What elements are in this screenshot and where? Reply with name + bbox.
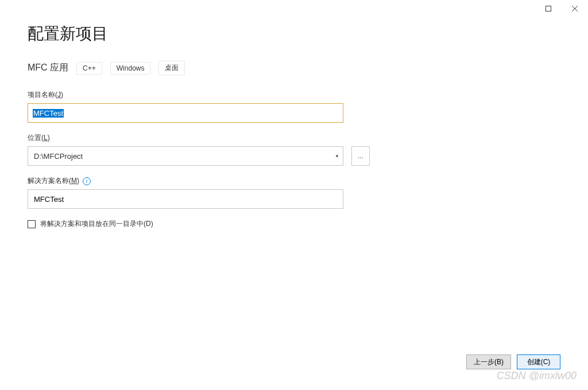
same-directory-label: 将解决方案和项目放在同一目录中(D) [40, 219, 153, 229]
project-type-label: MFC 应用 [28, 62, 68, 74]
project-name-value: MFCTest [33, 109, 64, 118]
back-button[interactable]: 上一步(B) [466, 354, 511, 369]
project-name-input[interactable]: MFCTest [28, 103, 343, 123]
chevron-down-icon[interactable]: ▼ [331, 154, 343, 159]
project-name-group: 项目名称(J) MFCTest [28, 90, 560, 123]
svg-rect-0 [546, 6, 551, 11]
project-name-label: 项目名称(J) [28, 90, 560, 100]
location-label: 位置(L) [28, 133, 560, 143]
solution-name-input[interactable] [28, 189, 343, 209]
location-input[interactable]: D:\MFCProject ▼ [28, 146, 343, 166]
same-directory-row: 将解决方案和项目放在同一目录中(D) [28, 219, 560, 229]
tag-windows: Windows [110, 62, 151, 75]
watermark: CSDN @imxlw00 [497, 370, 577, 382]
maximize-button[interactable] [535, 0, 562, 17]
location-value: D:\MFCProject [28, 152, 331, 161]
window-titlebar [535, 0, 588, 17]
main-content: 配置新项目 MFC 应用 C++ Windows 桌面 项目名称(J) MFCT… [0, 0, 588, 229]
location-group: 位置(L) D:\MFCProject ▼ ... [28, 133, 560, 166]
footer-buttons: 上一步(B) 创建(C) [466, 354, 560, 369]
create-button[interactable]: 创建(C) [517, 354, 560, 369]
project-type-row: MFC 应用 C++ Windows 桌面 [28, 61, 560, 75]
tag-desktop: 桌面 [158, 61, 185, 75]
same-directory-checkbox[interactable] [28, 220, 36, 228]
page-title: 配置新项目 [28, 23, 560, 45]
tag-cpp: C++ [76, 62, 102, 75]
close-button[interactable] [562, 0, 588, 17]
browse-button[interactable]: ... [351, 146, 370, 166]
solution-name-group: 解决方案名称(M) i [28, 176, 560, 209]
info-icon[interactable]: i [83, 177, 91, 185]
solution-name-label: 解决方案名称(M) i [28, 176, 560, 186]
